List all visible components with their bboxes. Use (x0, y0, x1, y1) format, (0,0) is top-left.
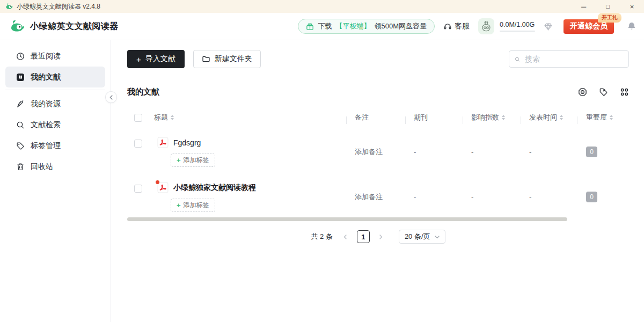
row-importance-cell: 0 (577, 129, 629, 174)
table-row: Fgdsgrg + 添加标签 添加备注 - - (127, 129, 629, 174)
row-importance-cell: 0 (577, 174, 629, 219)
trash-icon (16, 163, 25, 171)
search-icon (515, 55, 520, 63)
chevron-right-icon (378, 235, 383, 239)
add-note-button[interactable]: 添加备注 (355, 192, 383, 202)
add-tag-button[interactable]: + 添加标签 (171, 199, 215, 212)
column-label: 备注 (355, 113, 369, 122)
storage-indicator: 0.0M/1.00G (500, 21, 535, 32)
tag-filter-icon[interactable] (599, 87, 608, 97)
maximize-button[interactable]: □ (596, 0, 620, 13)
table-header: 标题 备注 期刊 影响指数 发表时间 重要度 (127, 110, 629, 125)
column-header-title[interactable]: 标题 (153, 113, 346, 122)
table-row: 小绿鲸独家文献阅读教程 + 添加标签 添加备注 - - (127, 174, 629, 219)
close-button[interactable]: × (620, 0, 644, 13)
notification-bell-button[interactable] (627, 21, 636, 31)
section-tools (578, 87, 629, 97)
membership-gift-badge: 开工礼 (598, 13, 621, 23)
membership: 开通鲸会员 开工礼 (564, 19, 614, 34)
row-impact-cell: - (463, 129, 521, 174)
pagination-prev-button[interactable] (339, 230, 352, 243)
row-title-cell: Fgdsgrg + 添加标签 (153, 129, 346, 174)
sidebar-item-tag-management[interactable]: 标签管理 (5, 135, 105, 156)
storage-progress-bar (500, 31, 535, 32)
download-tablet-button[interactable]: 下载【平板端】领500M网盘容量 (298, 19, 435, 34)
window-title: 小绿鲸英文文献阅读器 v2.4.8 (17, 2, 100, 11)
row-checkbox[interactable] (134, 185, 142, 193)
column-label: 期刊 (414, 113, 428, 122)
grid-view-icon[interactable] (620, 87, 629, 97)
display-settings-icon[interactable] (578, 87, 587, 97)
row-note-cell: 添加备注 (346, 174, 405, 219)
download-highlight: 【平板端】 (335, 21, 370, 31)
sidebar-item-literature-search[interactable]: 文献检索 (5, 114, 105, 135)
sidebar-item-my-literature[interactable]: 我的文献 (5, 67, 105, 87)
avatar[interactable] (478, 18, 494, 34)
sidebar-item-recycle-bin[interactable]: 回收站 (5, 156, 105, 177)
column-label: 重要度 (586, 113, 607, 122)
document-title[interactable]: 小绿鲸独家文献阅读教程 (173, 183, 256, 193)
gift-icon (306, 23, 314, 31)
row-note-cell: 添加备注 (346, 129, 405, 174)
pagination-next-button[interactable] (375, 230, 387, 243)
sidebar-item-label: 我的资源 (31, 99, 61, 109)
row-checkbox[interactable] (134, 140, 142, 148)
storage-usage: 0.0M/1.00G (500, 21, 535, 28)
column-label: 发表时间 (529, 113, 557, 122)
sidebar: 最近阅读 我的文献 我的资源 (0, 40, 111, 322)
page-size-value: 20 条/页 (405, 232, 430, 241)
column-header-importance[interactable]: 重要度 (577, 113, 629, 122)
add-note-button[interactable]: 添加备注 (355, 147, 383, 157)
pagination-page-button[interactable]: 1 (357, 230, 370, 243)
add-tag-button[interactable]: + 添加标签 (171, 153, 215, 167)
unread-dot (156, 180, 159, 184)
column-header-published[interactable]: 发表时间 (521, 113, 577, 122)
sort-icon[interactable] (171, 115, 174, 120)
section-header: 我的文献 (127, 86, 629, 98)
sort-icon[interactable] (560, 115, 563, 120)
customer-service-button[interactable]: 客服 (443, 21, 470, 31)
sidebar-collapse-button[interactable] (105, 91, 117, 103)
sort-icon[interactable] (502, 115, 505, 120)
sidebar-item-recent-reading[interactable]: 最近阅读 (5, 46, 105, 67)
document-title[interactable]: Fgdsgrg (173, 138, 201, 147)
minimize-button[interactable]: ─ (572, 0, 596, 13)
headset-icon (443, 22, 452, 31)
search-input[interactable] (524, 54, 623, 64)
importance-badge[interactable]: 0 (586, 147, 597, 157)
titlebar: 小绿鲸英文文献阅读器 v2.4.8 ─ □ × (0, 0, 644, 13)
header-actions: 下载【平板端】领500M网盘容量 客服 (298, 18, 639, 34)
sidebar-item-label: 标签管理 (31, 141, 61, 151)
brand: 小绿鲸英文文献阅读器 (10, 20, 119, 33)
chevron-left-icon (343, 235, 348, 239)
row-checkbox-cell (127, 174, 153, 219)
chevron-left-icon (109, 95, 114, 100)
add-tag-label: 添加标签 (184, 156, 209, 165)
scrollbar-thumb[interactable] (127, 217, 567, 221)
row-published-cell: - (521, 174, 577, 219)
sidebar-item-my-resources[interactable]: 我的资源 (5, 93, 105, 114)
sidebar-item-label: 我的文献 (31, 72, 61, 82)
importance-badge[interactable]: 0 (586, 192, 597, 202)
row-impact-cell: - (463, 174, 521, 219)
horizontal-scrollbar[interactable] (127, 217, 629, 221)
row-checkbox-cell (127, 129, 153, 174)
import-literature-button[interactable]: + 导入文献 (127, 50, 185, 68)
section-title: 我的文献 (127, 87, 159, 97)
gem-icon[interactable] (544, 22, 553, 31)
bell-icon (627, 21, 636, 31)
column-header-impact[interactable]: 影响指数 (463, 113, 521, 122)
select-all-checkbox[interactable] (134, 114, 142, 122)
pdf-file-icon (157, 137, 169, 148)
app-name: 小绿鲸英文文献阅读器 (30, 21, 119, 32)
header: 小绿鲸英文文献阅读器 下载【平板端】领500M网盘容量 客服 (0, 13, 644, 40)
download-prefix: 下载 (318, 21, 332, 31)
new-folder-button[interactable]: 新建文件夹 (193, 50, 261, 68)
import-button-label: 导入文献 (145, 54, 175, 64)
chevron-down-icon (435, 235, 440, 239)
sort-icon[interactable] (610, 115, 613, 120)
page-size-select[interactable]: 20 条/页 (399, 230, 445, 244)
library-icon (16, 73, 25, 82)
app-window: 小绿鲸英文文献阅读器 v2.4.8 ─ □ × 小绿鲸英文文献阅读器 (0, 0, 644, 322)
column-label: 标题 (154, 113, 168, 122)
